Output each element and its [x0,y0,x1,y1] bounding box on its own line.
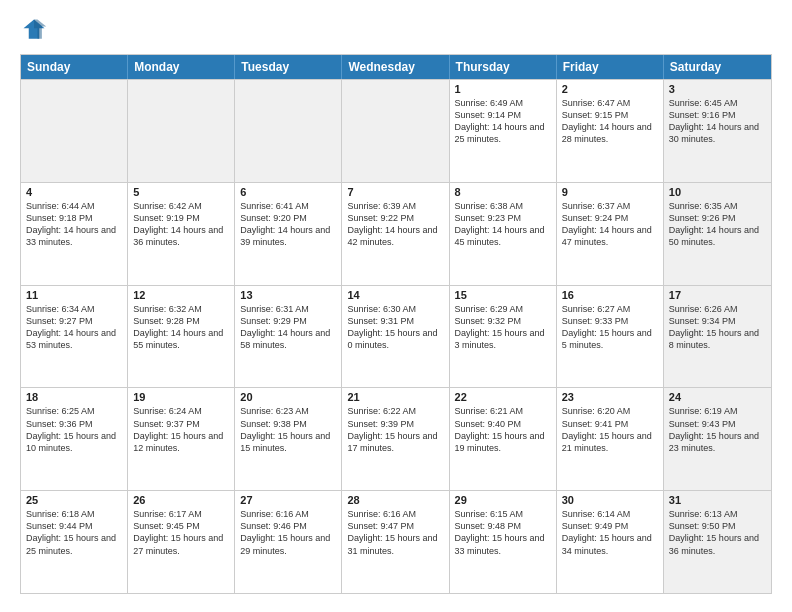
cal-cell-empty-0-1 [128,80,235,182]
cal-cell-13: 13Sunrise: 6:31 AM Sunset: 9:29 PM Dayli… [235,286,342,388]
cal-cell-14: 14Sunrise: 6:30 AM Sunset: 9:31 PM Dayli… [342,286,449,388]
page: SundayMondayTuesdayWednesdayThursdayFrid… [0,0,792,612]
day-number: 8 [455,186,551,198]
calendar-row-3: 18Sunrise: 6:25 AM Sunset: 9:36 PM Dayli… [21,387,771,490]
cell-info: Sunrise: 6:17 AM Sunset: 9:45 PM Dayligh… [133,508,229,557]
cell-info: Sunrise: 6:32 AM Sunset: 9:28 PM Dayligh… [133,303,229,352]
cell-info: Sunrise: 6:37 AM Sunset: 9:24 PM Dayligh… [562,200,658,249]
day-number: 20 [240,391,336,403]
calendar-body: 1Sunrise: 6:49 AM Sunset: 9:14 PM Daylig… [21,79,771,593]
cal-cell-20: 20Sunrise: 6:23 AM Sunset: 9:38 PM Dayli… [235,388,342,490]
cal-cell-1: 1Sunrise: 6:49 AM Sunset: 9:14 PM Daylig… [450,80,557,182]
day-number: 25 [26,494,122,506]
cal-cell-28: 28Sunrise: 6:16 AM Sunset: 9:47 PM Dayli… [342,491,449,593]
cell-info: Sunrise: 6:45 AM Sunset: 9:16 PM Dayligh… [669,97,766,146]
cell-info: Sunrise: 6:19 AM Sunset: 9:43 PM Dayligh… [669,405,766,454]
cal-cell-17: 17Sunrise: 6:26 AM Sunset: 9:34 PM Dayli… [664,286,771,388]
cell-info: Sunrise: 6:25 AM Sunset: 9:36 PM Dayligh… [26,405,122,454]
day-number: 21 [347,391,443,403]
cell-info: Sunrise: 6:38 AM Sunset: 9:23 PM Dayligh… [455,200,551,249]
cell-info: Sunrise: 6:20 AM Sunset: 9:41 PM Dayligh… [562,405,658,454]
day-header-friday: Friday [557,55,664,79]
day-number: 6 [240,186,336,198]
day-header-sunday: Sunday [21,55,128,79]
day-number: 22 [455,391,551,403]
day-number: 11 [26,289,122,301]
day-number: 17 [669,289,766,301]
cal-cell-19: 19Sunrise: 6:24 AM Sunset: 9:37 PM Dayli… [128,388,235,490]
day-number: 4 [26,186,122,198]
cell-info: Sunrise: 6:30 AM Sunset: 9:31 PM Dayligh… [347,303,443,352]
cell-info: Sunrise: 6:39 AM Sunset: 9:22 PM Dayligh… [347,200,443,249]
cell-info: Sunrise: 6:35 AM Sunset: 9:26 PM Dayligh… [669,200,766,249]
header [20,16,772,44]
cell-info: Sunrise: 6:15 AM Sunset: 9:48 PM Dayligh… [455,508,551,557]
day-number: 10 [669,186,766,198]
cal-cell-3: 3Sunrise: 6:45 AM Sunset: 9:16 PM Daylig… [664,80,771,182]
day-number: 27 [240,494,336,506]
cal-cell-7: 7Sunrise: 6:39 AM Sunset: 9:22 PM Daylig… [342,183,449,285]
day-number: 16 [562,289,658,301]
cell-info: Sunrise: 6:27 AM Sunset: 9:33 PM Dayligh… [562,303,658,352]
cell-info: Sunrise: 6:26 AM Sunset: 9:34 PM Dayligh… [669,303,766,352]
cal-cell-18: 18Sunrise: 6:25 AM Sunset: 9:36 PM Dayli… [21,388,128,490]
cell-info: Sunrise: 6:34 AM Sunset: 9:27 PM Dayligh… [26,303,122,352]
day-number: 31 [669,494,766,506]
day-number: 12 [133,289,229,301]
day-number: 3 [669,83,766,95]
cal-cell-16: 16Sunrise: 6:27 AM Sunset: 9:33 PM Dayli… [557,286,664,388]
day-number: 29 [455,494,551,506]
cal-cell-10: 10Sunrise: 6:35 AM Sunset: 9:26 PM Dayli… [664,183,771,285]
day-number: 15 [455,289,551,301]
day-number: 26 [133,494,229,506]
cell-info: Sunrise: 6:13 AM Sunset: 9:50 PM Dayligh… [669,508,766,557]
cal-cell-22: 22Sunrise: 6:21 AM Sunset: 9:40 PM Dayli… [450,388,557,490]
cal-cell-30: 30Sunrise: 6:14 AM Sunset: 9:49 PM Dayli… [557,491,664,593]
cal-cell-31: 31Sunrise: 6:13 AM Sunset: 9:50 PM Dayli… [664,491,771,593]
cal-cell-24: 24Sunrise: 6:19 AM Sunset: 9:43 PM Dayli… [664,388,771,490]
calendar: SundayMondayTuesdayWednesdayThursdayFrid… [20,54,772,594]
day-number: 2 [562,83,658,95]
cell-info: Sunrise: 6:49 AM Sunset: 9:14 PM Dayligh… [455,97,551,146]
cal-cell-empty-0-0 [21,80,128,182]
cal-cell-15: 15Sunrise: 6:29 AM Sunset: 9:32 PM Dayli… [450,286,557,388]
cell-info: Sunrise: 6:31 AM Sunset: 9:29 PM Dayligh… [240,303,336,352]
cell-info: Sunrise: 6:14 AM Sunset: 9:49 PM Dayligh… [562,508,658,557]
calendar-row-1: 4Sunrise: 6:44 AM Sunset: 9:18 PM Daylig… [21,182,771,285]
cal-cell-empty-0-2 [235,80,342,182]
cal-cell-empty-0-3 [342,80,449,182]
calendar-row-0: 1Sunrise: 6:49 AM Sunset: 9:14 PM Daylig… [21,79,771,182]
cal-cell-5: 5Sunrise: 6:42 AM Sunset: 9:19 PM Daylig… [128,183,235,285]
cell-info: Sunrise: 6:29 AM Sunset: 9:32 PM Dayligh… [455,303,551,352]
calendar-row-4: 25Sunrise: 6:18 AM Sunset: 9:44 PM Dayli… [21,490,771,593]
cell-info: Sunrise: 6:47 AM Sunset: 9:15 PM Dayligh… [562,97,658,146]
logo-icon [20,16,48,44]
day-number: 18 [26,391,122,403]
cell-info: Sunrise: 6:42 AM Sunset: 9:19 PM Dayligh… [133,200,229,249]
cal-cell-12: 12Sunrise: 6:32 AM Sunset: 9:28 PM Dayli… [128,286,235,388]
day-number: 14 [347,289,443,301]
cell-info: Sunrise: 6:18 AM Sunset: 9:44 PM Dayligh… [26,508,122,557]
cal-cell-4: 4Sunrise: 6:44 AM Sunset: 9:18 PM Daylig… [21,183,128,285]
day-number: 1 [455,83,551,95]
cell-info: Sunrise: 6:41 AM Sunset: 9:20 PM Dayligh… [240,200,336,249]
day-header-saturday: Saturday [664,55,771,79]
day-header-thursday: Thursday [450,55,557,79]
cal-cell-9: 9Sunrise: 6:37 AM Sunset: 9:24 PM Daylig… [557,183,664,285]
cell-info: Sunrise: 6:44 AM Sunset: 9:18 PM Dayligh… [26,200,122,249]
day-number: 13 [240,289,336,301]
day-number: 30 [562,494,658,506]
cell-info: Sunrise: 6:22 AM Sunset: 9:39 PM Dayligh… [347,405,443,454]
cal-cell-8: 8Sunrise: 6:38 AM Sunset: 9:23 PM Daylig… [450,183,557,285]
day-number: 19 [133,391,229,403]
cal-cell-21: 21Sunrise: 6:22 AM Sunset: 9:39 PM Dayli… [342,388,449,490]
cal-cell-26: 26Sunrise: 6:17 AM Sunset: 9:45 PM Dayli… [128,491,235,593]
cal-cell-25: 25Sunrise: 6:18 AM Sunset: 9:44 PM Dayli… [21,491,128,593]
day-header-tuesday: Tuesday [235,55,342,79]
cell-info: Sunrise: 6:21 AM Sunset: 9:40 PM Dayligh… [455,405,551,454]
day-number: 5 [133,186,229,198]
calendar-row-2: 11Sunrise: 6:34 AM Sunset: 9:27 PM Dayli… [21,285,771,388]
cal-cell-11: 11Sunrise: 6:34 AM Sunset: 9:27 PM Dayli… [21,286,128,388]
day-number: 23 [562,391,658,403]
cell-info: Sunrise: 6:23 AM Sunset: 9:38 PM Dayligh… [240,405,336,454]
